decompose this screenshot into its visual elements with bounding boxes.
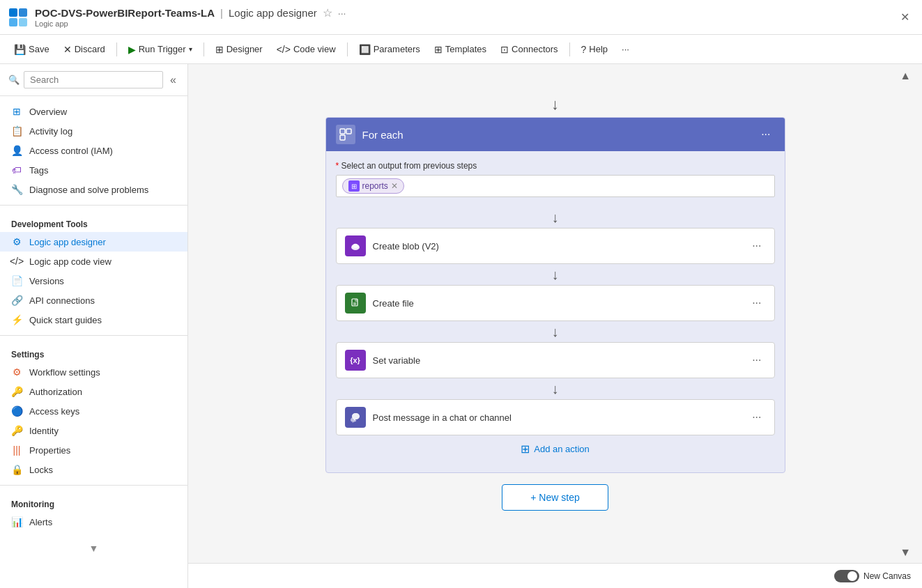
sidebar-item-quick-start[interactable]: ⚡ Quick start guides: [0, 310, 187, 330]
app-subtitle: Logic app: [35, 20, 346, 28]
add-action-label: Add an action: [534, 444, 590, 454]
create-file-menu-button[interactable]: ···: [748, 295, 765, 311]
sidebar-item-versions[interactable]: 📄 Versions: [0, 271, 187, 291]
step-post-message[interactable]: Post message in a chat or channel ···: [336, 399, 775, 435]
create-blob-menu-button[interactable]: ···: [748, 238, 765, 254]
sidebar-item-logic-app-designer[interactable]: ⚙ Logic app designer: [0, 232, 187, 252]
step-set-variable[interactable]: {x} Set variable ···: [336, 342, 775, 378]
sidebar-item-diagnose[interactable]: 🔧 Diagnose and solve problems: [0, 180, 187, 199]
sidebar-item-access-control[interactable]: 👤 Access control (IAM): [0, 141, 187, 160]
run-icon: ▶: [128, 44, 136, 55]
sidebar-item-overview[interactable]: ⊞ Overview: [0, 102, 187, 121]
canvas-scroll-up[interactable]: ▲: [900, 70, 911, 82]
titlebar: POC-DVS-PowerBIReport-Teams-LA | Logic a…: [0, 0, 922, 35]
post-message-menu-button[interactable]: ···: [748, 410, 765, 425]
run-trigger-button[interactable]: ▶ Run Trigger ▾: [123, 41, 198, 58]
sidebar-collapse-button[interactable]: «: [167, 72, 179, 88]
step-arrow-2: ↓: [552, 264, 559, 285]
templates-button[interactable]: ⊞ Templates: [429, 41, 492, 58]
bottom-bar: New Canvas: [188, 563, 922, 588]
help-icon: ?: [581, 44, 587, 55]
new-step-button[interactable]: + New step: [502, 484, 608, 511]
code-view-button[interactable]: </> Code view: [271, 41, 341, 58]
create-blob-icon: [345, 235, 366, 256]
discard-icon: ✕: [63, 44, 72, 55]
title-separator: |: [220, 7, 223, 19]
alerts-icon: 📊: [11, 516, 22, 527]
new-canvas-toggle[interactable]: [834, 570, 859, 582]
properties-label: Properties: [29, 445, 70, 456]
foreach-menu-button[interactable]: ···: [757, 127, 774, 142]
foreach-block[interactable]: For each ··· * Select an output from pre…: [325, 117, 785, 473]
access-control-icon: 👤: [11, 145, 22, 156]
access-control-label: Access control (IAM): [29, 146, 113, 156]
authorization-icon: 🔑: [11, 386, 22, 397]
parameters-button[interactable]: 🔲 Parameters: [353, 41, 426, 58]
help-button[interactable]: ? Help: [576, 41, 614, 58]
sidebar-item-tags[interactable]: 🏷 Tags: [0, 160, 187, 180]
set-variable-menu-button[interactable]: ···: [748, 353, 765, 368]
search-input[interactable]: [24, 71, 163, 88]
canvas-area[interactable]: ▲ ▼: [188, 64, 922, 588]
tag-close-button[interactable]: ✕: [391, 181, 398, 191]
step-create-blob[interactable]: Create blob (V2) ···: [336, 228, 775, 264]
activity-log-label: Activity log: [29, 126, 72, 137]
svg-rect-4: [340, 129, 345, 134]
add-action-button[interactable]: ⊞ Add an action: [511, 435, 599, 463]
tag-label: reports: [362, 181, 388, 191]
foreach-steps: ↓ Create blob (V2): [326, 207, 785, 472]
save-button[interactable]: 💾 Save: [8, 41, 55, 58]
toggle-switch[interactable]: New Canvas: [834, 570, 911, 582]
foreach-header: For each ···: [326, 118, 785, 151]
save-icon: 💾: [14, 44, 26, 55]
toolbar-sep-2: [203, 42, 204, 56]
sidebar-item-authorization[interactable]: 🔑 Authorization: [0, 382, 187, 401]
discard-button[interactable]: ✕ Discard: [58, 41, 111, 58]
toolbar: 💾 Save ✕ Discard ▶ Run Trigger ▾ ⊞ Desig…: [0, 35, 922, 64]
designer-button[interactable]: ⊞ Designer: [210, 41, 268, 58]
designer-title: Logic app designer: [229, 7, 317, 19]
templates-icon: ⊞: [434, 44, 443, 55]
close-button[interactable]: ✕: [896, 9, 914, 25]
flow-container: For each ··· * Select an output from pre…: [312, 78, 799, 511]
access-keys-icon: 🔵: [11, 405, 22, 417]
diagnose-label: Diagnose and solve problems: [29, 185, 148, 195]
create-file-label: Create file: [373, 298, 414, 309]
sidebar-item-api-connections[interactable]: 🔗 API connections: [0, 291, 187, 310]
titlebar-more-icon[interactable]: ···: [338, 8, 346, 19]
settings-section: Settings: [0, 341, 187, 362]
sidebar-item-logic-app-code[interactable]: </> Logic app code view: [0, 252, 187, 271]
main-layout: 🔍 « ⊞ Overview 📋 Activity log 👤 Access c…: [0, 64, 922, 588]
svg-rect-3: [19, 18, 27, 26]
connectors-button[interactable]: ⊡ Connectors: [495, 41, 563, 58]
svg-rect-5: [346, 129, 351, 134]
parameters-icon: 🔲: [359, 44, 371, 55]
nav-divider-3: [0, 485, 187, 486]
titlebar-actions: ✕: [896, 9, 914, 25]
tags-label: Tags: [29, 165, 48, 176]
identity-icon: 🔑: [11, 425, 22, 436]
toolbar-more-button[interactable]: ···: [616, 41, 635, 57]
foreach-icon: [336, 125, 355, 144]
foreach-title: For each: [362, 129, 404, 141]
sidebar-item-properties[interactable]: ||| Properties: [0, 440, 187, 460]
properties-icon: |||: [11, 444, 22, 456]
versions-icon: 📄: [11, 275, 22, 286]
api-connections-icon: 🔗: [11, 295, 22, 306]
sidebar-item-access-keys[interactable]: 🔵 Access keys: [0, 401, 187, 421]
access-keys-label: Access keys: [29, 406, 79, 417]
designer-icon: ⊞: [215, 44, 224, 55]
svg-rect-10: [355, 299, 358, 302]
tag-input[interactable]: ⊞ reports ✕: [336, 175, 775, 197]
tag-icon: ⊞: [348, 180, 360, 192]
sidebar-item-alerts[interactable]: 📊 Alerts: [0, 512, 187, 532]
toolbar-sep-1: [116, 42, 117, 56]
sidebar-item-locks[interactable]: 🔒 Locks: [0, 460, 187, 479]
logic-app-designer-icon: ⚙: [11, 236, 22, 247]
sidebar-item-workflow-settings[interactable]: ⚙ Workflow settings: [0, 362, 187, 382]
favorite-icon[interactable]: ☆: [323, 6, 332, 20]
canvas-scroll-down[interactable]: ▼: [900, 546, 911, 559]
sidebar-item-activity-log[interactable]: 📋 Activity log: [0, 121, 187, 141]
sidebar-item-identity[interactable]: 🔑 Identity: [0, 421, 187, 440]
step-create-file[interactable]: Create file ···: [336, 285, 775, 321]
